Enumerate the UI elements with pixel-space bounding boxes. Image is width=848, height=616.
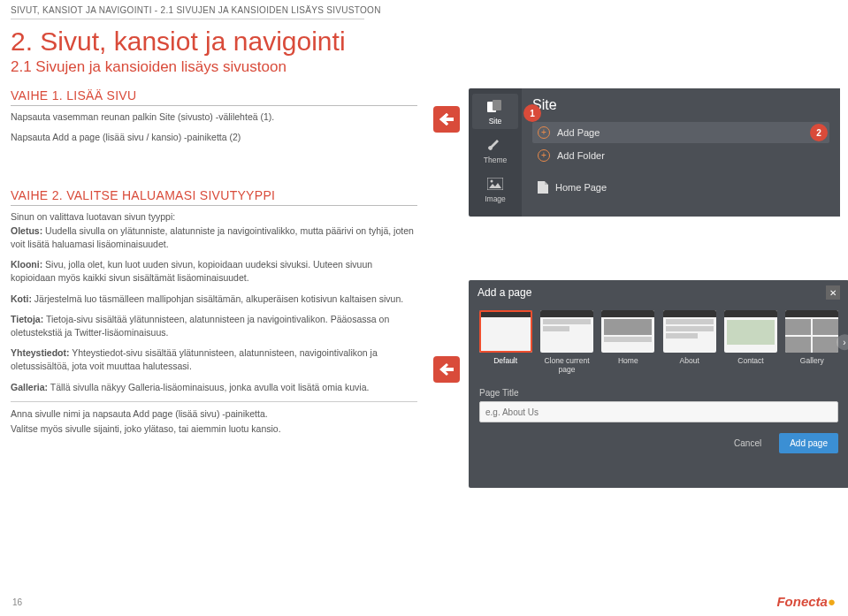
template-label: About: [680, 356, 699, 365]
left-tabs: Site Theme Image: [469, 88, 522, 217]
add-folder-row[interactable]: + Add Folder: [532, 145, 829, 166]
brand-text: Fonecta: [776, 594, 828, 609]
tab-label: Image: [485, 194, 506, 203]
tab-site[interactable]: Site: [472, 94, 518, 129]
tab-label: Theme: [484, 156, 507, 164]
step-2-block: VAIHE 2. VALITSE HALUAMASI SIVUTYYPPI Si…: [11, 188, 417, 436]
modal-actions: Cancel Add page: [469, 422, 848, 464]
p-tietoja: Tietoja: Tietoja-sivu sisältää ylätunnis…: [11, 313, 417, 339]
text: Sinun on valittava luotavan sivun tyyppi…: [11, 211, 175, 222]
add-page-row[interactable]: + Add Page: [532, 122, 829, 143]
page-subtitle: 2.1 Sivujen ja kansioiden lisäys sivusto…: [0, 57, 848, 88]
screenshot-add-page-modal: Add a page ✕ Default Clone curre: [469, 280, 848, 488]
modal-header: Add a page ✕: [469, 280, 848, 305]
divider: [11, 401, 417, 402]
add-page-button[interactable]: Add page: [779, 433, 838, 453]
panel-title: Site: [532, 97, 829, 113]
template-label: Gallery: [800, 356, 824, 365]
footer-logo: Fonecta●: [776, 594, 836, 609]
step-2-heading: VAIHE 2. VALITSE HALUAMASI SIVUTYYPPI: [11, 188, 417, 202]
p-galleria: Galleria: Tällä sivulla näkyy Galleria-l…: [11, 381, 417, 394]
text: Uudella sivulla on ylätunniste, alatunni…: [11, 225, 414, 249]
site-panel: Site + Add Page + Add Folder Home Page: [522, 88, 840, 217]
divider: [11, 105, 417, 106]
label-tietoja: Tietoja:: [11, 314, 43, 324]
step-1-line2: Napsauta Add a page (lisää sivu / kansio…: [11, 131, 417, 144]
illustration-1: 1 2 Site Theme: [433, 88, 848, 217]
template-contact[interactable]: Contact: [722, 310, 778, 374]
p-yhteys: Yhteystiedot: Yhteystiedot-sivu sisältää…: [11, 346, 417, 373]
screenshot-site-panel: 1 2 Site Theme: [469, 88, 840, 217]
callout-1: 1: [523, 104, 541, 122]
thumb: [724, 310, 777, 353]
image-icon: [485, 175, 506, 193]
tab-theme[interactable]: Theme: [472, 133, 518, 168]
thumb: [479, 310, 532, 353]
brand-dot: ●: [828, 594, 836, 609]
step-1-block: VAIHE 1. LISÄÄ SIVU Napsauta vasemman re…: [11, 88, 417, 144]
page-icon: [538, 181, 548, 194]
template-default[interactable]: Default: [477, 310, 533, 374]
text: Järjestelmä luo täsmälleen mallipohjan s…: [32, 293, 403, 304]
label-galleria: Galleria:: [11, 382, 48, 392]
row-label: Add Page: [557, 127, 600, 138]
breadcrumb-divider: [11, 19, 364, 19]
tab-image[interactable]: Image: [472, 171, 518, 207]
template-label: Clone current page: [539, 356, 594, 374]
template-label: Contact: [737, 356, 763, 365]
template-home[interactable]: Home: [600, 310, 656, 374]
arrow-icon: [433, 356, 460, 383]
page-title-input[interactable]: [479, 401, 838, 422]
text: Tällä sivulla näkyy Galleria-lisäominais…: [48, 382, 369, 392]
template-clone[interactable]: Clone current page: [539, 310, 594, 374]
home-page-row[interactable]: Home Page: [532, 177, 829, 198]
label-yhteys: Yhteystiedot:: [11, 347, 70, 358]
text: Tietoja-sivu sisältää ylätunnisteen, ala…: [11, 314, 389, 338]
label-koti: Koti:: [11, 293, 32, 304]
divider: [11, 205, 417, 206]
page-title-label: Page Title: [479, 388, 838, 398]
page-title: 2. Sivut, kansiot ja navigointi: [0, 25, 848, 57]
label-klooni: Klooni:: [11, 259, 42, 270]
svg-point-3: [491, 180, 493, 183]
svg-rect-1: [493, 100, 501, 110]
files-icon: [485, 97, 506, 115]
illustration-2: Add a page ✕ Default Clone curre: [433, 277, 848, 488]
arrow-icon: [433, 106, 460, 133]
label-oletus: Oletus:: [11, 225, 42, 236]
template-about[interactable]: About: [661, 310, 717, 374]
p-klooni: Klooni: Sivu, jolla olet, kun luot uuden…: [11, 258, 417, 285]
closing-2: Valitse myös sivulle sijainti, joko ylät…: [11, 422, 417, 436]
thumb: [601, 310, 654, 353]
row-label: Add Folder: [557, 150, 605, 161]
callout-2: 2: [810, 124, 828, 141]
brush-icon: [485, 136, 506, 154]
plus-icon: +: [538, 126, 550, 139]
close-button[interactable]: ✕: [826, 285, 840, 300]
page-number: 16: [12, 597, 22, 607]
step-1-line1: Napsauta vasemman reunan palkin Site (si…: [11, 110, 417, 124]
closing-1: Anna sivulle nimi ja napsauta Add page (…: [11, 407, 417, 421]
modal-title: Add a page: [477, 286, 531, 299]
plus-icon: +: [538, 149, 550, 162]
step-1-heading: VAIHE 1. LISÄÄ SIVU: [11, 88, 417, 103]
cancel-button[interactable]: Cancel: [723, 433, 772, 453]
thumb: [540, 310, 593, 353]
text: Sivu, jolla olet, kun luot uuden sivun, …: [11, 259, 372, 283]
step-2-intro: Sinun on valittava luotavan sivun tyyppi…: [11, 210, 417, 251]
tab-label: Site: [489, 117, 502, 125]
thumb: [785, 310, 838, 353]
row-label: Home Page: [555, 182, 607, 193]
form-section: Page Title: [469, 383, 848, 422]
thumb: [663, 310, 716, 353]
template-label: Default: [493, 356, 517, 365]
template-label: Home: [618, 356, 638, 365]
breadcrumb: SIVUT, KANSIOT JA NAVIGOINTI - 2.1 Sivuj…: [0, 0, 848, 19]
scroll-right-button[interactable]: ›: [837, 334, 848, 350]
template-row: Default Clone current page Home: [469, 305, 848, 383]
template-gallery[interactable]: Gallery: [784, 310, 840, 374]
p-koti: Koti: Järjestelmä luo täsmälleen mallipo…: [11, 293, 417, 306]
